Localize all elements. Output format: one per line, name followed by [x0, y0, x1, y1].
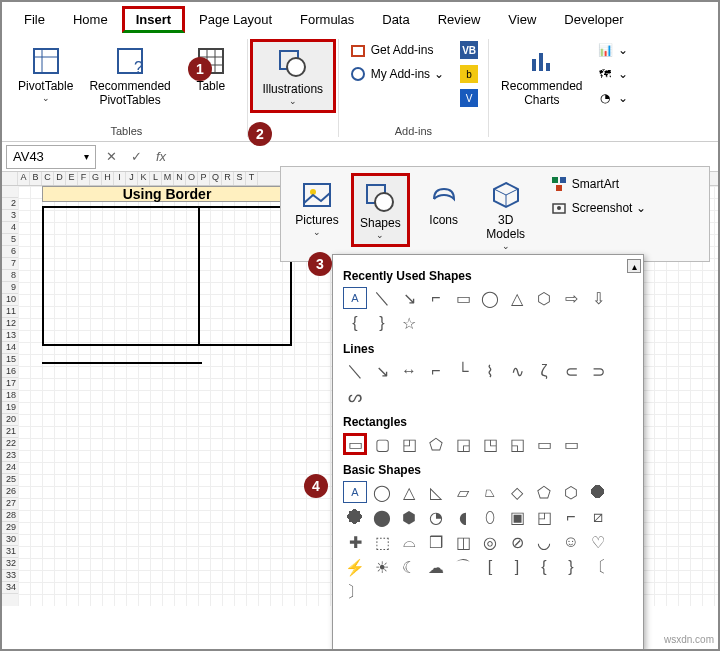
shape-line-3[interactable]: ↔	[397, 360, 421, 382]
shape-cross[interactable]: ✚	[343, 531, 367, 553]
shape-diag-stripe[interactable]: ⧄	[586, 506, 610, 528]
shape-line[interactable]: ＼	[370, 287, 394, 309]
shape-brace-l[interactable]: {	[532, 556, 556, 578]
tab-developer[interactable]: Developer	[550, 6, 637, 33]
shape-connector[interactable]: ⌐	[424, 287, 448, 309]
my-addins-button[interactable]: My Add-ins ⌄	[345, 63, 448, 85]
tab-home[interactable]: Home	[59, 6, 122, 33]
shape-round-3[interactable]: ▭	[532, 433, 556, 455]
bing-maps-button[interactable]: VB	[456, 39, 482, 61]
shape-rtriangle[interactable]: ◺	[424, 481, 448, 503]
shape-teardrop[interactable]: ⬯	[478, 506, 502, 528]
shape-plaque[interactable]: ⬚	[370, 531, 394, 553]
chart-type-1[interactable]: 📊⌄	[592, 39, 632, 61]
recommended-charts-button[interactable]: Recommended Charts	[495, 39, 588, 111]
shape-brace-r[interactable]: }	[559, 556, 583, 578]
shape-can[interactable]: ⌓	[397, 531, 421, 553]
shape-arc[interactable]: ⌒	[451, 556, 475, 578]
shape-snip-3[interactable]: ◲	[451, 433, 475, 455]
screenshot-button[interactable]: Screenshot ⌄	[546, 197, 651, 219]
shape-blockarc[interactable]: ◡	[532, 531, 556, 553]
shape-line-arrow[interactable]: ↘	[397, 287, 421, 309]
shape-frame[interactable]: ▣	[505, 506, 529, 528]
shape-heart[interactable]: ♡	[586, 531, 610, 553]
shape-line-2[interactable]: ↘	[370, 360, 394, 382]
shape-oval[interactable]: ◯	[478, 287, 502, 309]
shape-lbrace[interactable]: {	[343, 312, 367, 334]
illustrations-button[interactable]: Illustrations ⌄	[250, 39, 336, 113]
shape-chord[interactable]: ◖	[451, 506, 475, 528]
shape-snip-2[interactable]: ⬠	[424, 433, 448, 455]
shape-dodecagon[interactable]: ⬢	[397, 506, 421, 528]
pictures-button[interactable]: Pictures ⌄	[289, 173, 345, 241]
fx-button[interactable]: fx	[152, 149, 170, 164]
scroll-up-button[interactable]: ▴	[627, 259, 641, 273]
name-box[interactable]: AV43 ▾	[6, 145, 96, 169]
tab-insert[interactable]: Insert	[122, 6, 185, 33]
shape-sun[interactable]: ☀	[370, 556, 394, 578]
shape-line-4[interactable]: ⌐	[424, 360, 448, 382]
shape-round-2[interactable]: ◱	[505, 433, 529, 455]
shape-donut[interactable]: ◎	[478, 531, 502, 553]
shape-textbox[interactable]: A	[343, 287, 367, 309]
pivottable-button[interactable]: PivotTable ⌄	[12, 39, 79, 107]
shape-star[interactable]: ☆	[397, 312, 421, 334]
shape-lshape[interactable]: ⌐	[559, 506, 583, 528]
shape-parallelogram[interactable]: ▱	[451, 481, 475, 503]
shape-hexagon[interactable]: ⬡	[532, 287, 556, 309]
tab-view[interactable]: View	[494, 6, 550, 33]
shape-heptagon[interactable]: ⯃	[586, 481, 610, 503]
shape-textbox-2[interactable]: A	[343, 481, 367, 503]
shape-bracket-r[interactable]: ]	[505, 556, 529, 578]
chart-type-2[interactable]: 🗺⌄	[592, 63, 632, 85]
chart-type-3[interactable]: ◔⌄	[592, 87, 632, 109]
shape-noentry[interactable]: ⊘	[505, 531, 529, 553]
shape-hexagon-2[interactable]: ⬡	[559, 481, 583, 503]
visio-button[interactable]: V	[456, 87, 482, 109]
shape-line-8[interactable]: ζ	[532, 360, 556, 382]
tab-formulas[interactable]: Formulas	[286, 6, 368, 33]
shape-rectangle[interactable]: ▭	[343, 433, 367, 455]
shape-half-frame[interactable]: ◰	[532, 506, 556, 528]
shape-pentagon[interactable]: ⬠	[532, 481, 556, 503]
shape-snip-1[interactable]: ◰	[397, 433, 421, 455]
shape-octagon[interactable]: ⯄	[343, 506, 367, 528]
shape-line-6[interactable]: ⌇	[478, 360, 502, 382]
enter-icon[interactable]: ✓	[127, 149, 146, 164]
icons-button[interactable]: Icons	[416, 173, 472, 231]
shapes-button[interactable]: Shapes ⌄	[351, 173, 410, 247]
shape-rect[interactable]: ▭	[451, 287, 475, 309]
recommended-pivot-button[interactable]: ? Recommended PivotTables	[83, 39, 176, 111]
shape-round-4[interactable]: ▭	[559, 433, 583, 455]
shape-rounded-rect[interactable]: ▢	[370, 433, 394, 455]
shape-round-1[interactable]: ◳	[478, 433, 502, 455]
tab-data[interactable]: Data	[368, 6, 423, 33]
shape-line-9[interactable]: ⊂	[559, 360, 583, 382]
shape-moon[interactable]: ☾	[397, 556, 421, 578]
shape-arrow-right[interactable]: ⇨	[559, 287, 583, 309]
shape-trapezoid[interactable]: ⏢	[478, 481, 502, 503]
shape-cloud[interactable]: ☁	[424, 556, 448, 578]
cancel-icon[interactable]: ✕	[102, 149, 121, 164]
shape-dbrace[interactable]: 〕	[343, 581, 367, 603]
shape-lightning[interactable]: ⚡	[343, 556, 367, 578]
shape-diamond[interactable]: ◇	[505, 481, 529, 503]
smartart-button[interactable]: SmartArt	[546, 173, 651, 195]
shape-rbrace[interactable]: }	[370, 312, 394, 334]
shape-cube[interactable]: ❒	[424, 531, 448, 553]
shape-line-7[interactable]: ∿	[505, 360, 529, 382]
shape-line-5[interactable]: └	[451, 360, 475, 382]
people-graph-button[interactable]: b	[456, 63, 482, 85]
shape-line-10[interactable]: ⊃	[586, 360, 610, 382]
shape-smiley[interactable]: ☺	[559, 531, 583, 553]
tab-file[interactable]: File	[10, 6, 59, 33]
tab-page-layout[interactable]: Page Layout	[185, 6, 286, 33]
3d-models-button[interactable]: 3D Models ⌄	[478, 173, 534, 255]
shape-decagon[interactable]: ⬤	[370, 506, 394, 528]
shape-arrow-down[interactable]: ⇩	[586, 287, 610, 309]
shape-line-1[interactable]: ＼	[343, 360, 367, 382]
shape-oval-2[interactable]: ◯	[370, 481, 394, 503]
shape-dbracket[interactable]: 〔	[586, 556, 610, 578]
get-addins-button[interactable]: Get Add-ins	[345, 39, 448, 61]
shape-line-11[interactable]: ᔕ	[343, 385, 367, 407]
